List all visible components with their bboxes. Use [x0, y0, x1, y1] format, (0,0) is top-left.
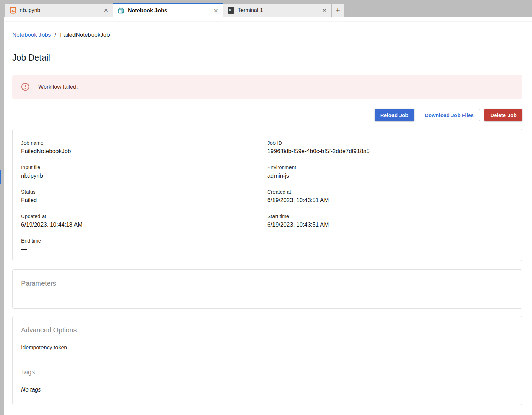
- main-content: Notebook Jobs / FailedNotebookJob Job De…: [4, 21, 532, 415]
- field-label: Created at: [267, 188, 514, 195]
- close-icon[interactable]: ✕: [322, 7, 327, 13]
- field-start-time: Start time 6/19/2023, 10:43:51 AM: [267, 213, 514, 229]
- tags-value: No tags: [21, 386, 514, 394]
- tabbar-divider: [4, 17, 532, 21]
- field-value: —: [21, 245, 267, 253]
- field-value: admin-js: [267, 172, 514, 180]
- sidebar-accent-indicator: [0, 170, 1, 184]
- field-job-id: Job ID 1996f8db-f59e-4b0c-bf5f-2dde7df91…: [267, 139, 514, 155]
- tab-nb-ipynb[interactable]: nb.ipynb ✕: [5, 3, 113, 17]
- advanced-options-card: Advanced Options Idempotency token — Tag…: [12, 316, 522, 405]
- tab-bar: nb.ipynb ✕ Notebook Jobs ✕ $_ Terminal 1: [4, 0, 532, 17]
- field-label: Start time: [267, 213, 514, 220]
- details-right-column: Job ID 1996f8db-f59e-4b0c-bf5f-2dde7df91…: [267, 139, 514, 261]
- download-job-files-button[interactable]: Download Job Files: [419, 109, 480, 121]
- field-value: Failed: [21, 196, 267, 204]
- field-label: Job name: [21, 139, 267, 146]
- new-tab-button[interactable]: +: [331, 3, 345, 17]
- field-label: Job ID: [267, 139, 514, 146]
- reload-job-button[interactable]: Reload Job: [375, 109, 414, 121]
- calendar-icon: [118, 7, 124, 14]
- terminal-icon: $_: [228, 7, 234, 14]
- field-value: 6/19/2023, 10:43:51 AM: [267, 221, 514, 229]
- field-value: 1996f8db-f59e-4b0c-bf5f-2dde7df918a5: [267, 147, 514, 155]
- tags-label: Tags: [21, 368, 514, 376]
- field-label: End time: [21, 237, 267, 244]
- error-icon: [21, 83, 30, 91]
- field-created-at: Created at 6/19/2023, 10:43:51 AM: [267, 188, 514, 204]
- tab-label: Terminal 1: [238, 7, 319, 13]
- tab-notebook-jobs[interactable]: Notebook Jobs ✕: [113, 3, 223, 17]
- page-title: Job Detail: [12, 52, 522, 63]
- field-environment: Environment admin-js: [267, 164, 514, 180]
- idempotency-token-value: —: [21, 352, 514, 360]
- field-label: Input file: [21, 164, 267, 171]
- field-value: FailedNotebookJob: [21, 147, 267, 155]
- details-left-column: Job name FailedNotebookJob Input file nb…: [21, 139, 267, 261]
- job-details-card: Job name FailedNotebookJob Input file nb…: [12, 129, 522, 261]
- field-job-name: Job name FailedNotebookJob: [21, 139, 267, 155]
- tab-label: Notebook Jobs: [128, 7, 211, 14]
- advanced-options-title: Advanced Options: [21, 326, 514, 334]
- field-end-time: End time —: [21, 237, 267, 253]
- parameters-card: Parameters: [12, 269, 522, 309]
- delete-job-button[interactable]: Delete Job: [484, 109, 522, 121]
- field-value: nb.ipynb: [21, 172, 267, 180]
- field-value: 6/19/2023, 10:43:51 AM: [267, 196, 514, 204]
- alert-message: Workflow failed.: [38, 84, 78, 90]
- breadcrumb: Notebook Jobs / FailedNotebookJob: [12, 31, 522, 38]
- field-input-file: Input file nb.ipynb: [21, 164, 267, 180]
- parameters-title: Parameters: [21, 279, 514, 287]
- left-sidebar-strip: [0, 0, 4, 415]
- field-label: Updated at: [21, 213, 267, 220]
- field-status: Status Failed: [21, 188, 267, 204]
- close-icon[interactable]: ✕: [104, 7, 109, 13]
- action-buttons: Reload Job Download Job Files Delete Job: [12, 109, 522, 121]
- field-label: Status: [21, 188, 267, 195]
- tab-terminal-1[interactable]: $_ Terminal 1 ✕: [223, 3, 332, 17]
- field-updated-at: Updated at 6/19/2023, 10:44:18 AM: [21, 213, 267, 229]
- breadcrumb-link-notebook-jobs[interactable]: Notebook Jobs: [12, 31, 51, 38]
- error-alert: Workflow failed.: [12, 75, 522, 99]
- breadcrumb-separator: /: [54, 31, 56, 38]
- notebook-icon: [10, 7, 16, 14]
- close-icon[interactable]: ✕: [214, 8, 218, 14]
- idempotency-token-label: Idempotency token: [21, 344, 514, 352]
- tab-label: nb.ipynb: [20, 7, 101, 13]
- field-value: 6/19/2023, 10:44:18 AM: [21, 221, 267, 229]
- field-label: Environment: [267, 164, 514, 171]
- breadcrumb-current: FailedNotebookJob: [60, 31, 110, 38]
